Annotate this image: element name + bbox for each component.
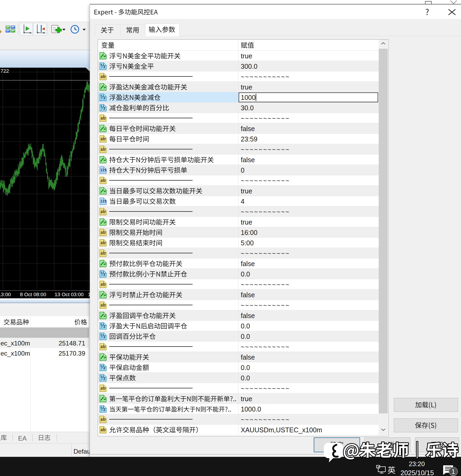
svg-text:13:00: 13:00 bbox=[0, 292, 11, 297]
svg-text:13 Oct 03:00: 13 Oct 03:00 bbox=[55, 292, 84, 297]
svg-text:0.722: 0.722 bbox=[0, 68, 9, 74]
svg-text:8 Oct 08:00: 8 Oct 08:00 bbox=[20, 292, 46, 297]
